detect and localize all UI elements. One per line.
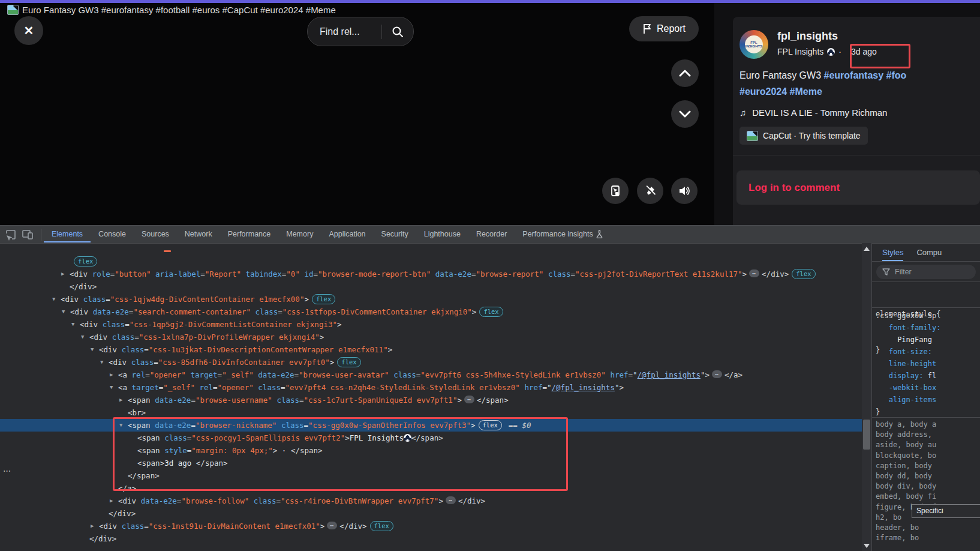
devtools-tab-network[interactable]: Network (177, 226, 220, 242)
expand-inline-button[interactable]: ⋯ (749, 269, 759, 277)
dom-tree-row[interactable]: ▼<div data-e2e="search-comment-container… (0, 306, 862, 318)
devtools-tab-recorder[interactable]: Recorder (468, 226, 515, 242)
login-to-comment-box[interactable]: Log in to comment (736, 170, 980, 205)
devtools-tab-sources[interactable]: Sources (134, 226, 177, 242)
tab-computed[interactable]: Compu (916, 248, 942, 257)
flex-badge[interactable]: flex (337, 357, 360, 367)
expand-inline-button[interactable]: ⋯ (464, 396, 474, 403)
css-property-line[interactable]: font-family: (876, 322, 940, 334)
dom-tree-row[interactable]: ▶<span data-e2e="browse-username" class=… (0, 394, 862, 406)
css-property-line[interactable]: PingFang (876, 334, 940, 346)
devtools-tab-security[interactable]: Security (374, 226, 416, 242)
inherited-selector-line[interactable]: aside, body au (876, 440, 936, 450)
css-property-line[interactable]: align-items (876, 394, 940, 406)
css-property-line[interactable]: -webkit-box (876, 382, 940, 394)
collapse-arrow-icon[interactable]: ▼ (100, 356, 103, 369)
dom-tree-row[interactable]: </div> (0, 280, 862, 293)
css-property-line[interactable]: font-size: (876, 346, 940, 358)
inherited-selector-line[interactable]: body div, body (876, 481, 936, 492)
devtools-tab-lighthouse[interactable]: Lighthouse (416, 226, 468, 242)
inherited-selector-line[interactable]: iframe, bo (876, 533, 936, 543)
collapse-arrow-icon[interactable]: ▼ (71, 318, 74, 331)
search-icon[interactable] (382, 26, 413, 38)
dom-tree-row[interactable]: ▼<div class="css-85dfh6-DivInfoContainer… (0, 356, 862, 369)
inherited-selectors-list[interactable]: body a, body abody address,aside, body a… (876, 420, 936, 543)
dom-tree-row[interactable]: ▼<div class="css-1qp5gj2-DivCommentListC… (0, 318, 862, 331)
scrollbar-thumb[interactable] (863, 420, 870, 450)
css-property-line[interactable]: line-height (876, 358, 940, 370)
inherited-selector-line[interactable]: embed, body fi (876, 492, 936, 502)
collapse-arrow-icon[interactable]: ▼ (81, 331, 84, 343)
devtools-tab-performance[interactable]: Performance (220, 226, 279, 242)
flex-badge[interactable]: flex (792, 269, 815, 279)
collapse-arrow-icon[interactable]: ▼ (62, 306, 65, 318)
expand-inline-button[interactable]: ⋯ (712, 370, 722, 378)
flex-badge[interactable]: flex (479, 307, 503, 317)
capcut-template-button[interactable]: CapCut · Try this template (739, 127, 868, 145)
username-link[interactable]: fpl_insights (777, 30, 838, 43)
flex-badge[interactable]: flex (312, 294, 335, 304)
scroll-up-arrow[interactable] (864, 247, 870, 251)
expand-arrow-icon[interactable]: ▶ (119, 394, 122, 406)
flex-badge[interactable]: flex (74, 256, 97, 266)
inherited-selector-line[interactable]: body address, (876, 430, 936, 440)
css-rule-section[interactable]: .css-gg0x0w-Sp font-family: PingFang fon… (876, 310, 940, 418)
scroll-down-arrow[interactable] (864, 544, 870, 548)
devtools-tab-memory[interactable]: Memory (278, 226, 321, 242)
search-input[interactable]: Find rel... (307, 17, 414, 46)
code-token (389, 370, 394, 379)
inherited-selector-line[interactable]: caption, body (876, 461, 936, 471)
expand-arrow-icon[interactable]: ▶ (110, 495, 113, 507)
dom-tree-row[interactable]: flex (0, 255, 862, 268)
autoscroll-off-button[interactable] (637, 178, 663, 204)
avatar[interactable]: FPL INSIGHTS (739, 30, 768, 59)
next-video-button[interactable] (671, 100, 699, 128)
dom-tree-row[interactable]: ▶<div class="css-1nst91u-DivMainContent … (0, 520, 862, 532)
tab-label: Performance insights (522, 230, 593, 238)
inherited-selector-line[interactable]: blockquote, bo (876, 451, 936, 461)
video-description-line2[interactable]: #euro2024 #Meme (739, 86, 822, 97)
inherited-selector-line[interactable]: body dd, body (876, 471, 936, 481)
music-row[interactable]: ♫ DEVIL IS A LIE - Tommy Richman (739, 107, 887, 118)
dom-tree-row[interactable]: ▶<div role="button" aria-label="Report" … (0, 268, 862, 280)
inherited-selector-line[interactable]: body a, body a (876, 420, 936, 430)
volume-button[interactable] (671, 178, 698, 204)
tab-styles[interactable]: Styles (882, 244, 903, 261)
dom-tree-row[interactable]: ▼<div class="css-1u3jkat-DivDescriptionC… (0, 343, 862, 356)
devtools-tab-elements[interactable]: Elements (44, 226, 91, 242)
inspect-element-icon[interactable] (5, 229, 17, 241)
dom-tree-row[interactable]: </div> (0, 507, 862, 520)
css-property-line[interactable]: display: fl (876, 370, 940, 382)
code-token: "browse-username" (196, 396, 272, 405)
close-button[interactable]: ✕ (14, 16, 43, 45)
miniplayer-button[interactable] (602, 178, 629, 204)
dom-tree-row[interactable]: ▶<a rel="opener" target="_self" data-e2e… (0, 369, 862, 381)
expand-arrow-icon[interactable]: ▶ (110, 369, 113, 381)
devtools-tab-performance-insights[interactable]: Performance insights (515, 226, 610, 242)
dom-tree: flex▶<div role="button" aria-label="Repo… (0, 243, 862, 551)
collapse-arrow-icon[interactable]: ▼ (91, 343, 94, 356)
inherited-selector-line[interactable]: header, bo (876, 523, 936, 533)
dom-tree-row[interactable]: ▼<div class="css-1qjw4dg-DivContentConta… (0, 293, 862, 306)
previous-video-button[interactable] (671, 59, 699, 87)
expand-inline-button[interactable]: ⋯ (327, 522, 337, 529)
devtools-tab-console[interactable]: Console (91, 226, 134, 242)
styles-filter-input[interactable]: Filter (876, 265, 976, 279)
flex-badge[interactable]: flex (370, 521, 393, 531)
code-token: "browse-follow" (181, 496, 249, 505)
report-button[interactable]: Report (629, 16, 699, 41)
expand-arrow-icon[interactable]: ▶ (91, 520, 94, 532)
expand-arrow-icon[interactable]: ▶ (61, 268, 64, 280)
dom-tree-row[interactable]: ▼<div class="css-1xlna7p-DivProfileWrapp… (0, 331, 862, 343)
elements-scrollbar[interactable] (862, 243, 871, 551)
collapse-arrow-icon[interactable]: ▼ (52, 293, 55, 306)
row-overflow-dots[interactable]: ⋯ (3, 466, 11, 475)
hashtag-links[interactable]: #eurofantasy #foo (824, 70, 907, 80)
dom-tree-row[interactable]: ▼<a target="_self" rel="opener" class="e… (0, 381, 862, 394)
device-toolbar-icon[interactable] (22, 229, 34, 240)
collapse-arrow-icon[interactable]: ▼ (110, 381, 113, 394)
devtools-tab-application[interactable]: Application (321, 226, 373, 242)
dom-tree-row[interactable]: ▶<div data-e2e="browse-follow" class="cs… (0, 495, 862, 507)
dom-tree-row[interactable]: </div> (0, 532, 862, 545)
expand-inline-button[interactable]: ⋯ (446, 496, 456, 504)
